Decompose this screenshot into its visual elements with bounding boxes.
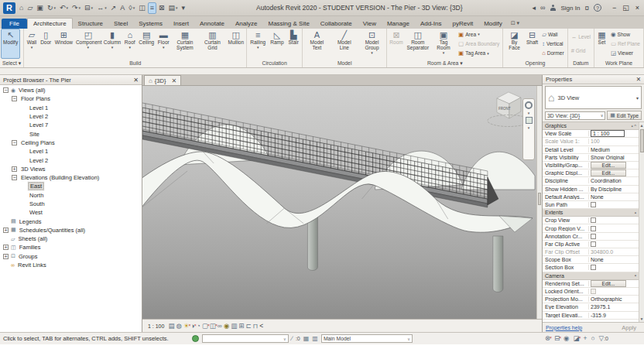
instance-selector[interactable]: 3D View: {3D} ∨ bbox=[545, 111, 605, 120]
tree-item-groups[interactable]: +⊡Groups bbox=[0, 252, 142, 261]
expand-icon[interactable]: + bbox=[12, 166, 17, 172]
properties-close-icon[interactable]: ✕ bbox=[636, 76, 641, 83]
property-section-extents[interactable]: Extents▪ bbox=[543, 209, 639, 217]
panel-work-plane-label[interactable]: Work Plane bbox=[595, 59, 642, 67]
editable-only-icon[interactable]: ∕ bbox=[292, 335, 293, 342]
tree-item-ceiling-plans[interactable]: −Ceiling Plans bbox=[0, 139, 142, 147]
redo-button[interactable]: ↷▾ bbox=[70, 2, 82, 14]
viewer-button[interactable]: ◲Viewer bbox=[609, 49, 642, 57]
edit-type-button[interactable]: ▦ Edit Type bbox=[607, 111, 642, 120]
hide-analytical-model-icon[interactable]: ⊞ bbox=[238, 321, 244, 331]
panel-build-label[interactable]: Build bbox=[25, 59, 245, 67]
panel-select-label[interactable]: Select ▾ bbox=[1, 59, 22, 67]
zoom-tool-icon[interactable] bbox=[526, 117, 533, 124]
section-pin-icon[interactable]: ▪ bbox=[635, 210, 636, 215]
floor-dropdown-icon[interactable]: ▾ bbox=[163, 46, 165, 49]
curtain-system-button[interactable]: ▦Curtain System bbox=[171, 29, 199, 59]
sun-path-icon[interactable]: ☀× bbox=[183, 321, 190, 331]
roof-dropdown-icon[interactable]: ▾ bbox=[128, 46, 131, 49]
tree-item-3d-views[interactable]: +3D Views bbox=[0, 165, 142, 173]
property-section-graphics[interactable]: Graphics▪ ^ bbox=[543, 122, 639, 130]
set-button[interactable]: ▦Set bbox=[595, 29, 608, 59]
background-processes[interactable]: ○ bbox=[591, 334, 594, 344]
tree-item-site[interactable]: Site bbox=[0, 129, 142, 138]
thin-lines-toggle[interactable]: ≡ bbox=[148, 2, 156, 14]
tab-annotate[interactable]: Annotate bbox=[194, 19, 230, 29]
modify-button[interactable]: ↖Modify bbox=[1, 29, 20, 59]
section-pin-icon[interactable]: ▪ ^ bbox=[631, 124, 636, 128]
dormer-button[interactable]: ⌂Dormer bbox=[540, 49, 566, 57]
sync-with-central-button-arrow-icon[interactable]: ▾ bbox=[53, 2, 56, 14]
model-line-button[interactable]: ╱Model Line bbox=[331, 29, 358, 59]
collapse-icon[interactable]: − bbox=[12, 140, 17, 145]
properties-header[interactable]: Properties ✕ bbox=[543, 75, 644, 84]
property-value-text[interactable]: None bbox=[591, 257, 604, 262]
tab-architecture[interactable]: Architecture bbox=[27, 18, 73, 29]
tab-analyze[interactable]: Analyze bbox=[230, 19, 262, 29]
undo-button[interactable]: ↶▾ bbox=[58, 2, 70, 14]
detail-level-icon[interactable]: ▤ bbox=[168, 321, 174, 331]
tree-item-north[interactable]: North bbox=[0, 191, 142, 200]
help-icon[interactable]: ? bbox=[594, 4, 601, 12]
sign-in-button[interactable]: Sign In bbox=[560, 5, 580, 12]
wall-button[interactable]: ▱Wall▾ bbox=[25, 29, 38, 59]
stair-button[interactable]: ▙Stair bbox=[286, 29, 301, 59]
worksets-dialog-icon[interactable]: ▦ bbox=[303, 335, 310, 342]
switch-windows-button[interactable]: ▤▾ bbox=[167, 2, 180, 14]
tab-modify[interactable]: Modify bbox=[478, 19, 508, 29]
collapse-icon[interactable]: − bbox=[12, 96, 17, 101]
tab-collaborate[interactable]: Collaborate bbox=[315, 19, 358, 29]
tab-add-ins[interactable]: Add-Ins bbox=[415, 19, 447, 29]
component-dropdown-icon[interactable]: ▾ bbox=[87, 46, 90, 49]
redo-button-arrow-icon[interactable]: ▾ bbox=[79, 2, 81, 14]
revit-logo-icon[interactable]: R bbox=[3, 2, 15, 14]
tag-room-button[interactable]: ▣Tag Room▾ bbox=[431, 29, 456, 59]
model-group-dropdown-icon[interactable]: ▾ bbox=[371, 51, 373, 54]
section-button[interactable]: ◫ bbox=[137, 2, 147, 14]
close-button[interactable]: × bbox=[635, 4, 639, 12]
tree-item-families[interactable]: +◫Families bbox=[0, 243, 142, 251]
scale-button[interactable]: 1 : 100 bbox=[146, 323, 166, 330]
annotation-cr-checkbox[interactable] bbox=[591, 234, 596, 239]
property-section-camera[interactable]: Camera▪ bbox=[543, 272, 639, 280]
print-button-arrow-icon[interactable]: ▾ bbox=[91, 2, 94, 14]
tab-systems[interactable]: Systems bbox=[133, 19, 168, 29]
property-value-text[interactable]: Medium bbox=[591, 147, 610, 152]
aligned-dimension-button[interactable]: ↗ bbox=[109, 2, 118, 14]
app-store-cart-icon[interactable]: ¤ bbox=[584, 4, 589, 12]
default-3d-view-button[interactable]: ◊▾ bbox=[127, 2, 136, 14]
collapse-icon[interactable]: − bbox=[12, 175, 17, 180]
tab-pyrevit[interactable]: pyRevit bbox=[447, 19, 478, 29]
column-button[interactable]: ▮Column▾ bbox=[102, 29, 123, 59]
apply-button[interactable]: Apply bbox=[617, 324, 641, 331]
collapse-icon[interactable]: − bbox=[3, 87, 9, 93]
wheel-dropdown-icon[interactable]: ▾ bbox=[528, 111, 530, 115]
by-face-button[interactable]: ◪By Face bbox=[504, 29, 525, 59]
tab-insert[interactable]: Insert bbox=[168, 19, 194, 29]
default-3d-view-button-arrow-icon[interactable]: ▾ bbox=[133, 2, 135, 14]
scroll-down-icon[interactable]: ▼ bbox=[640, 316, 644, 321]
expand-icon[interactable]: + bbox=[3, 228, 9, 233]
select-pinned-toggle[interactable]: ◉ bbox=[564, 334, 569, 344]
ramp-button[interactable]: ◺Ramp bbox=[268, 29, 286, 59]
tree-item-level-7[interactable]: Level 7 bbox=[0, 121, 142, 129]
tag-area-dropdown-icon[interactable]: ▾ bbox=[487, 51, 489, 56]
show-button[interactable]: ◉Show bbox=[609, 30, 642, 39]
drawing-canvas[interactable]: FRONT ▾ ▾ bbox=[142, 86, 542, 319]
vcb-expand-icon[interactable]: < bbox=[259, 321, 263, 331]
restore-button[interactable]: ◱ bbox=[622, 4, 629, 12]
tree-item-level-2[interactable]: Level 2 bbox=[0, 156, 142, 164]
tree-item-west[interactable]: West bbox=[0, 208, 142, 217]
undo-button-arrow-icon[interactable]: ▾ bbox=[66, 2, 68, 14]
project-browser-header[interactable]: Project Browser - The Pier ✕ bbox=[0, 75, 142, 85]
lock-3d-view-icon[interactable]: ⊓ bbox=[253, 321, 259, 331]
collapse-search-icon[interactable]: ◂ bbox=[533, 4, 536, 12]
filter-icon[interactable]: ▽:0 bbox=[599, 334, 608, 344]
drag-on-selection-toggle[interactable]: + bbox=[584, 334, 587, 344]
active-workset-dropdown[interactable]: ∨ bbox=[202, 334, 289, 343]
crop-region-v-checkbox[interactable] bbox=[591, 226, 596, 231]
properties-scrollbar[interactable]: ▲ ▼ bbox=[639, 122, 644, 322]
show-constraints-icon[interactable]: ⊏ bbox=[245, 321, 251, 331]
project-browser-close-icon[interactable]: ✕ bbox=[133, 77, 139, 84]
steering-wheel-icon[interactable] bbox=[525, 101, 533, 109]
